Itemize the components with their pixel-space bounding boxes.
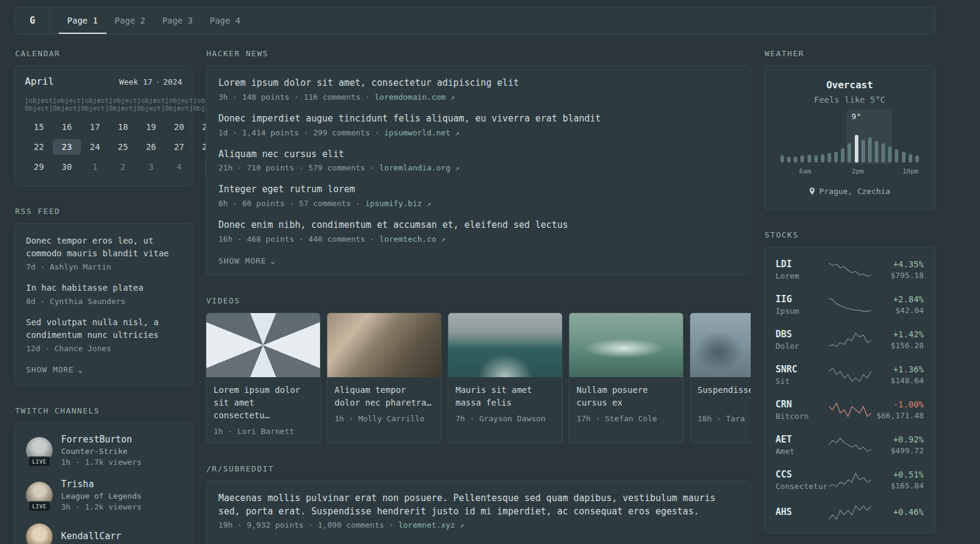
hackernews-item-title[interactable]: Integer eget rutrum lorem <box>218 183 738 196</box>
twitch-channel-row[interactable]: KendallCarr <box>26 523 181 544</box>
weather-current-temp: 9° <box>852 112 861 121</box>
subreddit-section-title: /R/SUBREDDIT <box>206 464 751 473</box>
hackernews-item-domain[interactable]: ipsumworld.net <box>384 128 451 137</box>
rss-item-meta: 7d · Ashlyn Martin <box>26 262 181 271</box>
weather-bar <box>841 148 844 163</box>
rss-item-meta: 12d · Chance Jones <box>26 344 181 353</box>
top-navigation: G Page 1 Page 2 Page 3 Page 4 <box>15 7 935 34</box>
video-card[interactable]: Nullam posuere cursus ex 17h · Stefan Co… <box>569 312 684 444</box>
weather-widget: WEATHER Overcast Feels like 5°C 9° 6am 2… <box>764 49 935 210</box>
calendar-day-header: [object Object] <box>109 97 137 115</box>
video-thumbnail[interactable] <box>206 313 320 377</box>
stock-price: $156.28 <box>871 341 924 350</box>
hackernews-item-domain[interactable]: loremlandia.org <box>379 163 450 172</box>
page-tab[interactable]: Page 3 <box>154 7 201 34</box>
video-thumbnail[interactable] <box>327 313 441 377</box>
stock-values: +0.92% $499.72 <box>871 435 924 455</box>
video-card[interactable]: Mauris sit amet massa felis 7h · Grayson… <box>448 312 563 444</box>
weather-bar <box>787 157 791 163</box>
stock-sparkline <box>829 331 871 348</box>
videos-widget: VIDEOS Lorem ipsum dolor sit amet consec… <box>206 296 751 444</box>
rss-item-title[interactable]: Donec tempor eros leo, ut commodo mauris… <box>26 235 181 260</box>
hackernews-item-domain[interactable]: loremdomain.com <box>374 92 445 102</box>
weather-bar <box>875 141 878 163</box>
video-thumbnail[interactable] <box>690 313 751 377</box>
hackernews-item: Integer eget rutrum lorem 6h · 60 points… <box>218 183 738 208</box>
stock-price: $42.04 <box>871 306 924 315</box>
weather-bar <box>868 137 872 163</box>
twitch-channel-name[interactable]: ForrestBurton <box>61 434 142 445</box>
video-title[interactable]: Nullam posuere cursus ex <box>577 384 676 409</box>
chevron-down-icon: ⌄ <box>270 258 275 263</box>
subreddit-post-domain[interactable]: loremnet.xyz <box>398 520 455 529</box>
twitch-channel-meta: 3h · 1.2k viewers <box>61 502 142 511</box>
twitch-channel-row[interactable]: LIVE ForrestBurton Counter-Strike 1h · 1… <box>26 434 181 467</box>
rss-item-title[interactable]: Sed volutpat nulla nisl, a condimentum n… <box>26 316 181 342</box>
page-tab[interactable]: Page 2 <box>106 7 154 34</box>
hackernews-item-title[interactable]: Aliquam nec cursus elit <box>218 148 738 161</box>
hackernews-item-title[interactable]: Donec imperdiet augue tincidunt felis al… <box>218 112 738 126</box>
twitch-channel-game: League of Legends <box>61 491 142 500</box>
rss-card: Donec tempor eros leo, ut commodo mauris… <box>15 223 192 386</box>
stock-symbol[interactable]: AET <box>776 434 829 445</box>
rss-show-more-button[interactable]: SHOW MORE ⌄ <box>26 365 83 374</box>
page-tab[interactable]: Page 1 <box>59 7 106 34</box>
calendar-year: 2024 <box>163 77 182 86</box>
page-tab[interactable]: Page 4 <box>201 7 249 34</box>
video-card[interactable]: Lorem ipsum dolor sit amet consectetu… 1… <box>206 312 321 444</box>
hackernews-section-title: HACKER NEWS <box>206 49 751 58</box>
stock-sparkline <box>829 401 871 418</box>
hackernews-card: Lorem ipsum dolor sit amet, consectetur … <box>206 65 751 276</box>
calendar-day: 26 <box>137 139 165 155</box>
twitch-channel-game: Counter-Strike <box>61 447 142 456</box>
video-card[interactable]: Suspendisse diam 18h · Tara <box>690 312 751 444</box>
calendar-card: April Week 17·2024 [object Object][objec… <box>15 65 192 186</box>
hackernews-item-title[interactable]: Donec enim nibh, condimentum et accumsan… <box>218 219 738 232</box>
external-link-icon: ↗ <box>451 93 455 102</box>
app-logo-box: G <box>15 7 50 34</box>
stock-symbol[interactable]: IIG <box>776 294 829 305</box>
video-title[interactable]: Lorem ipsum dolor sit amet consectetu… <box>214 384 313 422</box>
dashboard-page: G Page 1 Page 2 Page 3 Page 4 CALENDAR A… <box>15 7 935 544</box>
video-title[interactable]: Aliquam tempor dolor nec pharetra… <box>335 384 434 409</box>
stock-change: +0.92% <box>871 435 924 444</box>
stock-symbol[interactable]: CRN <box>776 399 829 410</box>
hackernews-item-domain[interactable]: ipsumify.biz <box>365 199 422 208</box>
left-column: CALENDAR April Week 17·2024 [object Obje… <box>15 49 192 544</box>
calendar-day-header: [object Object] <box>53 97 80 115</box>
stock-values: +0.51% $165.84 <box>871 470 924 490</box>
calendar-month: April <box>25 76 54 87</box>
stock-symbol[interactable]: AHS <box>776 507 829 517</box>
stock-name: Ipsum <box>776 306 829 316</box>
weather-time-label: 2pm <box>852 167 864 175</box>
right-column: WEATHER Overcast Feels like 5°C 9° 6am 2… <box>764 49 935 544</box>
video-title[interactable]: Mauris sit amet massa felis <box>456 384 555 409</box>
video-thumbnail[interactable] <box>448 313 562 377</box>
stock-row: DBS Dolor +1.42% $156.28 <box>776 322 924 357</box>
hackernews-show-more-button[interactable]: SHOW MORE ⌄ <box>218 256 276 265</box>
video-title[interactable]: Suspendisse diam <box>697 384 751 409</box>
stock-symbol[interactable]: DBS <box>776 329 829 340</box>
twitch-channel-name[interactable]: Trisha <box>61 479 142 490</box>
stock-symbol[interactable]: CCS <box>776 469 829 480</box>
twitch-channel-row[interactable]: LIVE Trisha League of Legends 3h · 1.2k … <box>26 479 181 511</box>
middle-column: HACKER NEWS Lorem ipsum dolor sit amet, … <box>206 49 751 544</box>
calendar-week-year: Week 17·2024 <box>119 77 182 86</box>
rss-item-title[interactable]: In hac habitasse platea <box>26 282 181 294</box>
video-card[interactable]: Aliquam tempor dolor nec pharetra… 1h · … <box>327 312 442 444</box>
calendar-day: 24 <box>81 139 109 155</box>
subreddit-post-title[interactable]: Maecenas mollis pulvinar erat non posuer… <box>218 492 738 519</box>
stock-symbol[interactable]: LDI <box>776 259 829 270</box>
video-thumbnail[interactable] <box>569 313 683 377</box>
weather-bar <box>915 155 919 163</box>
hackernews-item-domain[interactable]: loremtech.co <box>379 235 436 244</box>
rss-item-meta: 8d · Cynthia Saunders <box>26 297 181 306</box>
weather-location-text: Prague, Czechia <box>819 187 890 196</box>
twitch-channel-name[interactable]: KendallCarr <box>61 531 121 542</box>
stock-change: +0.46% <box>871 507 924 517</box>
hackernews-item-title[interactable]: Lorem ipsum dolor sit amet, consectetur … <box>218 77 738 90</box>
weather-location-row: Prague, Czechia <box>776 177 924 197</box>
hackernews-item: Donec imperdiet augue tincidunt felis al… <box>218 112 738 137</box>
stock-symbol[interactable]: SNRC <box>776 364 829 375</box>
stock-name: Lorem <box>776 271 829 280</box>
